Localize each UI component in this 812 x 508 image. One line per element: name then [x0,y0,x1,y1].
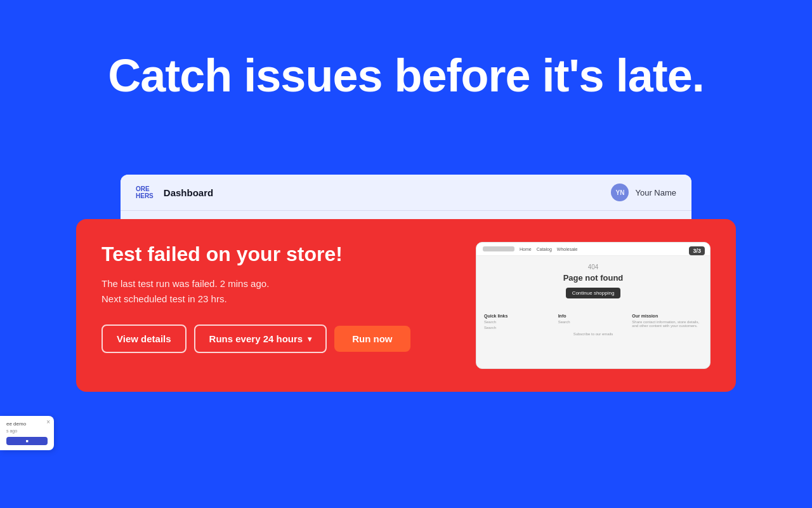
alert-content: Test failed on your store! The last test… [102,242,457,353]
screenshot-preview: Home Catalog Wholesale 3/3 404 Page not … [476,242,710,369]
calendar-icon: ■ [25,439,28,443]
dashboard-header-left: OREHERS Dashboard [136,185,213,199]
preview-inner: Home Catalog Wholesale 3/3 404 Page not … [476,243,710,368]
alert-desc-line2: Next scheduled test in 23 hrs. [102,293,227,304]
dashboard-header-right: YN Your Name [611,184,676,201]
preview-footer-grid: Quick links Search Search Info Search Ou… [484,314,702,330]
avatar: YN [611,184,629,201]
close-icon[interactable]: × [46,418,50,425]
dashboard-nav-title: Dashboard [164,187,213,198]
preview-footer-link-3: Search [558,320,629,324]
left-edge-card: × ee demo s ago ■ [0,416,54,450]
preview-nav: Home Catalog Wholesale [476,243,710,256]
left-card-button[interactable]: ■ [6,437,48,445]
alert-card: Test failed on your store! The last test… [76,219,736,392]
left-card-info: s ago [6,429,48,433]
run-now-button[interactable]: Run now [334,326,410,352]
alert-desc-line1: The last test run was failed. 2 mins ago… [102,278,269,289]
schedule-button[interactable]: Runs every 24 hours ▾ [194,324,327,353]
preview-404-label: 404 [588,264,599,271]
dashboard-header: OREHERS Dashboard YN Your Name [121,175,691,211]
user-name-label: Your Name [635,188,676,197]
preview-counter: 3/3 [689,246,705,255]
preview-not-found-text: Page not found [563,273,624,283]
preview-footer-link-2: Search [484,326,554,330]
preview-footer-col-2: Info Search [558,314,629,330]
preview-continue-btn: Continue shopping [566,288,621,298]
preview-footer-col-3: Our mission Share contact information, s… [632,314,702,330]
alert-title: Test failed on your store! [102,242,457,266]
preview-nav-links: Home Catalog Wholesale [520,247,578,251]
schedule-label: Runs every 24 hours [209,333,303,344]
left-card-title: ee demo [6,421,48,427]
hero-section: Catch issues before it's late. [0,51,812,101]
preview-body: 404 Page not found Continue shopping Qui… [476,256,710,344]
preview-logo-bar [483,246,514,251]
hero-heading: Catch issues before it's late. [0,51,812,101]
preview-subscribe-text: Subscribe to our emails [573,332,613,336]
preview-footer-title-3: Our mission [632,314,702,318]
preview-nav-catalog: Catalog [537,247,552,251]
preview-footer-link-1: Search [484,320,554,324]
view-details-button[interactable]: View details [102,324,187,353]
preview-nav-home: Home [520,247,532,251]
store-logo: OREHERS [136,185,154,199]
preview-footer-mission-desc: Share contact information, store details… [632,320,702,328]
preview-footer-col-1: Quick links Search Search [484,314,554,330]
preview-footer-title-1: Quick links [484,314,554,318]
alert-actions: View details Runs every 24 hours ▾ Run n… [102,324,457,353]
preview-footer-title-2: Info [558,314,629,318]
chevron-down-icon: ▾ [308,335,311,344]
preview-nav-wholesale: Wholesale [557,247,578,251]
alert-description: The last test run was failed. 2 mins ago… [102,276,457,307]
